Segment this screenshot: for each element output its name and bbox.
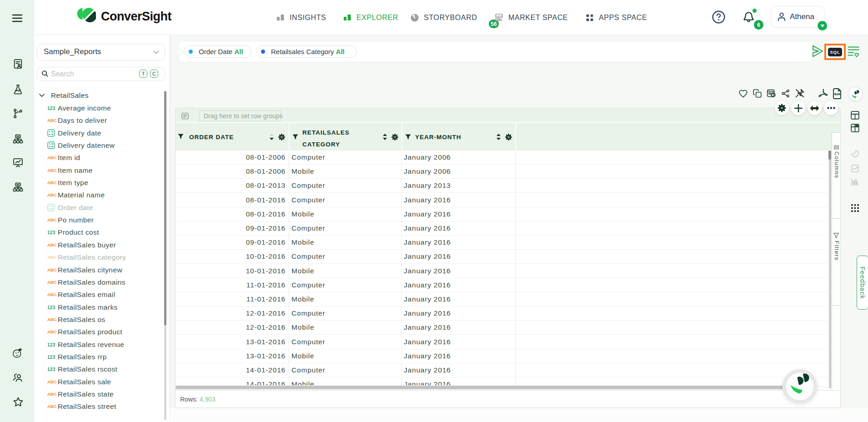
svg-text:XLSX: XLSX <box>834 93 840 95</box>
